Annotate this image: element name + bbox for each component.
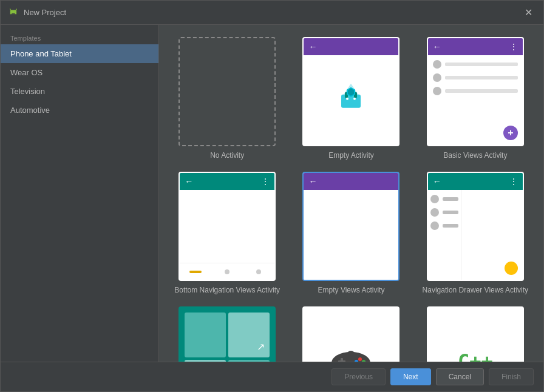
empty-views-body [304, 190, 398, 280]
template-card-bottom-nav[interactable]: ← ⋮ [171, 172, 283, 294]
template-label-empty-activity: Empty Activity [328, 151, 374, 160]
title-bar-left: A New Project [8, 7, 66, 18]
template-thumbnail-game [302, 306, 399, 362]
back-arrow-icon: ← [433, 42, 509, 52]
nav-indicator [225, 269, 229, 274]
sidebar: Templates Phone and Tablet Wear OS Telev… [1, 25, 159, 362]
template-card-cpp[interactable]: C++ Native C++ Activity [420, 306, 531, 362]
nav-drawer-panel [428, 190, 461, 280]
svg-point-9 [353, 98, 356, 100]
android-icon: A [8, 7, 19, 18]
finish-button[interactable]: Finish [489, 368, 534, 385]
template-label-no-activity: No Activity [210, 151, 244, 160]
sidebar-item-television[interactable]: Television [1, 82, 158, 101]
template-label-empty-views: Empty Views Activity [318, 286, 385, 294]
template-thumbnail-empty-views: ← [302, 172, 399, 281]
back-arrow-icon: ← [185, 177, 261, 186]
drawer-items [428, 190, 461, 240]
svg-point-16 [358, 357, 362, 361]
fab-gold [505, 262, 518, 275]
svg-point-8 [346, 98, 348, 100]
more-icon: ⋮ [509, 177, 518, 186]
new-project-dialog: A New Project ✕ Templates Phone and Tabl… [0, 0, 544, 392]
bottom-nav-item-1 [180, 263, 211, 280]
cpp-label-thumb: C++ [458, 350, 493, 362]
templates-grid: No Activity ← [159, 25, 543, 362]
template-label-basic-views: Basic Views Activity [443, 151, 507, 160]
more-icon: ⋮ [509, 42, 518, 52]
footer: Previous Next Cancel Finish [1, 362, 543, 391]
bottom-navigation-bar [180, 263, 274, 280]
template-thumbnail-basic-views: ← ⋮ + [427, 37, 524, 146]
template-card-empty-views[interactable]: ← Empty Views Activity [295, 172, 407, 294]
next-button[interactable]: Next [390, 368, 431, 385]
back-arrow-icon: ← [308, 177, 393, 186]
more-icon: ⋮ [261, 177, 270, 186]
basic-views-header: ← ⋮ [428, 38, 523, 55]
bottom-nav-item-3 [243, 263, 274, 280]
empty-views-header: ← [304, 173, 398, 190]
basic-views-body: + [428, 55, 523, 145]
template-card-nav-drawer[interactable]: ← ⋮ [420, 172, 531, 294]
template-thumbnail-chart: ↗ [178, 306, 276, 362]
template-thumbnail-no-activity [178, 37, 276, 146]
nav-drawer-body [428, 190, 523, 280]
content-area: Templates Phone and Tablet Wear OS Telev… [1, 25, 543, 362]
template-card-no-activity[interactable]: No Activity [171, 37, 283, 160]
fab-button: + [503, 126, 518, 140]
empty-activity-body [304, 55, 398, 145]
back-arrow-icon: ← [308, 42, 393, 52]
template-card-chart[interactable]: ↗ Activity with a Chart [171, 306, 283, 362]
bottom-nav-header: ← ⋮ [180, 173, 274, 190]
dialog-title: New Project [24, 8, 66, 17]
close-button[interactable]: ✕ [521, 5, 536, 19]
empty-activity-header: ← [304, 38, 398, 55]
active-nav-indicator [189, 271, 202, 273]
nav-drawer-header: ← ⋮ [428, 173, 523, 190]
template-card-basic-views[interactable]: ← ⋮ + Basic Views Activity [420, 37, 531, 160]
previous-button[interactable]: Previous [332, 368, 386, 385]
svg-rect-15 [341, 358, 343, 362]
android-logo-thumb [335, 81, 367, 113]
sidebar-item-wear-os[interactable]: Wear OS [1, 63, 158, 82]
template-thumbnail-nav-drawer: ← ⋮ [427, 172, 524, 281]
bottom-nav-body [180, 190, 274, 280]
main-content: No Activity ← [159, 25, 543, 362]
sidebar-item-phone-tablet[interactable]: Phone and Tablet [1, 44, 158, 63]
game-controller-thumb [330, 346, 372, 362]
template-thumbnail-bottom-nav: ← ⋮ [178, 172, 276, 281]
sidebar-section-label: Templates [1, 30, 158, 44]
svg-rect-13 [347, 351, 355, 362]
cancel-button[interactable]: Cancel [436, 368, 484, 385]
nav-indicator [256, 269, 261, 274]
sidebar-item-automotive[interactable]: Automotive [1, 101, 158, 120]
template-thumbnail-cpp: C++ [427, 306, 524, 362]
svg-text:A: A [12, 10, 15, 13]
list-placeholder [428, 55, 523, 105]
template-thumbnail-empty-activity: ← [302, 37, 399, 146]
template-card-empty-activity[interactable]: ← [295, 37, 407, 160]
template-label-bottom-nav: Bottom Navigation Views Activity [174, 286, 280, 294]
template-label-nav-drawer: Navigation Drawer Views Activity [423, 286, 529, 294]
back-arrow-icon: ← [433, 177, 509, 186]
template-card-game[interactable]: Game Activity [295, 306, 407, 362]
bottom-nav-item-2 [211, 263, 243, 280]
title-bar: A New Project ✕ [1, 1, 543, 25]
